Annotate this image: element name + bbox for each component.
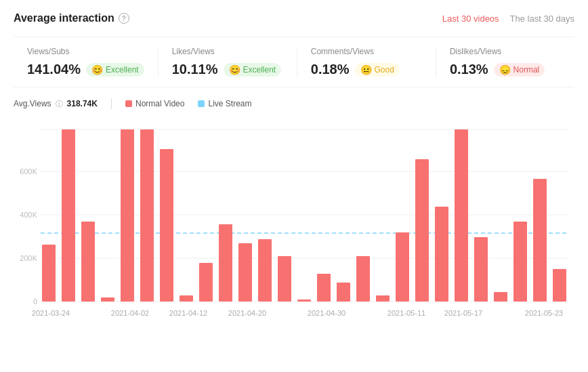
metric-likes-views: Likes/Views 10.11% 😊 Excellent <box>159 47 297 77</box>
svg-rect-34 <box>494 292 507 302</box>
legend-normal-label: Normal Video <box>135 99 184 108</box>
svg-rect-23 <box>278 256 291 302</box>
svg-text:2021-03-24: 2021-03-24 <box>32 309 70 317</box>
svg-rect-27 <box>356 256 370 302</box>
avg-info-icon: ⓘ <box>56 99 63 109</box>
svg-rect-33 <box>474 237 488 302</box>
svg-text:2021-05-11: 2021-05-11 <box>387 309 425 317</box>
metric-value-row-3: 0.13% 😞 Normal <box>450 62 561 77</box>
smiley-3: 😞 <box>499 64 511 75</box>
chart-section: Avg.Views ⓘ 318.74K Normal Video Live St… <box>14 98 574 333</box>
svg-rect-16 <box>140 129 154 302</box>
svg-rect-29 <box>396 232 409 302</box>
svg-text:2021-04-12: 2021-04-12 <box>169 309 207 317</box>
svg-rect-22 <box>258 239 272 302</box>
metric-value-row-0: 141.04% 😊 Excellent <box>27 62 144 77</box>
legend-dot-red <box>125 100 132 107</box>
filter-tab-30days[interactable]: The last 30 days <box>510 14 574 24</box>
svg-rect-17 <box>160 149 173 302</box>
svg-rect-13 <box>81 222 95 302</box>
bar-chart: 800K 600K 400K 200K 0 <box>14 116 574 326</box>
title-area: Average interaction ? <box>14 12 129 24</box>
svg-text:2021-04-20: 2021-04-20 <box>228 309 266 317</box>
metrics-row: Views/Subs 141.04% 😊 Excellent Likes/Vie… <box>14 37 574 87</box>
metric-badge-1: 😊 Excellent <box>224 63 282 77</box>
svg-rect-25 <box>317 274 331 302</box>
svg-text:200K: 200K <box>20 254 37 262</box>
metric-badge-3: 😞 Normal <box>494 63 545 77</box>
metric-value-2: 0.18% <box>311 62 350 77</box>
svg-rect-19 <box>199 263 213 302</box>
svg-rect-26 <box>337 283 350 302</box>
svg-text:600K: 600K <box>20 167 37 175</box>
page-title: Average interaction <box>14 12 114 24</box>
metric-badge-0: 😊 Excellent <box>86 63 144 77</box>
legend-live-stream: Live Stream <box>198 99 251 108</box>
page-header: Average interaction ? Last 30 videos The… <box>14 12 574 24</box>
smiley-2: 😐 <box>360 64 372 75</box>
metric-comments-views: Comments/Views 0.18% 😐 Good <box>297 47 436 77</box>
svg-text:400K: 400K <box>20 211 37 219</box>
chart-legend: Avg.Views ⓘ 318.74K Normal Video Live St… <box>14 98 574 109</box>
svg-rect-24 <box>297 299 311 302</box>
avg-value: 318.74K <box>67 99 98 108</box>
svg-rect-20 <box>219 224 232 302</box>
metric-value-3: 0.13% <box>450 62 488 77</box>
svg-rect-31 <box>435 207 448 302</box>
svg-text:2021-05-17: 2021-05-17 <box>444 309 482 317</box>
smiley-1: 😊 <box>229 64 240 75</box>
svg-rect-15 <box>121 129 134 302</box>
svg-text:2021-05-23: 2021-05-23 <box>525 309 563 317</box>
legend-live-label: Live Stream <box>208 99 251 108</box>
svg-text:2021-04-02: 2021-04-02 <box>111 309 149 317</box>
svg-text:800K: 800K <box>14 125 14 133</box>
svg-rect-28 <box>376 295 390 302</box>
svg-text:2021-04-30: 2021-04-30 <box>308 309 345 317</box>
legend-divider <box>111 98 112 109</box>
metric-value-1: 10.11% <box>172 62 218 77</box>
svg-rect-14 <box>101 297 114 302</box>
svg-rect-35 <box>513 222 527 302</box>
chart-wrapper: 800K 600K 400K 200K 0 <box>14 116 574 326</box>
svg-rect-36 <box>533 179 547 302</box>
metric-value-0: 141.04% <box>27 62 81 77</box>
metric-label-2: Comments/Views <box>311 47 422 56</box>
legend-avg: Avg.Views ⓘ 318.74K <box>14 99 98 109</box>
filter-tab-30videos[interactable]: Last 30 videos <box>442 14 499 24</box>
svg-rect-37 <box>553 269 566 302</box>
avg-label: Avg.Views <box>14 99 51 108</box>
svg-rect-21 <box>238 243 252 302</box>
legend-normal-video: Normal Video <box>125 99 184 108</box>
legend-dot-blue <box>198 100 205 107</box>
metric-dislikes-views: Dislikes/Views 0.13% 😞 Normal <box>436 47 574 77</box>
smiley-0: 😊 <box>91 64 103 75</box>
svg-rect-11 <box>42 245 56 302</box>
metric-label-0: Views/Subs <box>27 47 144 56</box>
svg-rect-32 <box>455 129 468 302</box>
metric-badge-2: 😐 Good <box>355 63 400 77</box>
metric-label-1: Likes/Views <box>172 47 283 56</box>
metric-value-row-2: 0.18% 😐 Good <box>311 62 422 77</box>
info-icon[interactable]: ? <box>119 13 129 24</box>
svg-rect-30 <box>415 159 429 302</box>
svg-rect-12 <box>62 129 75 302</box>
metric-value-row-1: 10.11% 😊 Excellent <box>172 62 283 77</box>
metric-label-3: Dislikes/Views <box>450 47 561 56</box>
svg-rect-18 <box>180 295 193 302</box>
filter-tabs: Last 30 videos The last 30 days <box>442 14 574 24</box>
metric-views-subs: Views/Subs 141.04% 😊 Excellent <box>14 47 159 77</box>
svg-text:0: 0 <box>33 297 37 306</box>
